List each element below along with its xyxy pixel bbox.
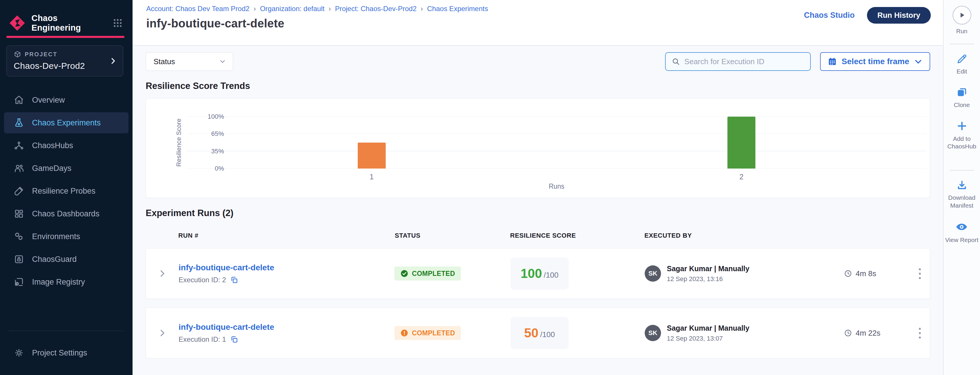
download-manifest-label: Download Manifest	[943, 194, 980, 209]
chart-bar[interactable]	[358, 143, 386, 169]
run-name-link[interactable]: infy-boutique-cart-delete	[178, 263, 391, 272]
column-header-score: RESILIENCE SCORE	[510, 232, 644, 239]
chart-gridline	[187, 151, 926, 152]
chart-ytick-label: 65%	[189, 130, 224, 138]
chart-ytick-label: 0%	[189, 165, 224, 172]
sidebar-item-chaosguard[interactable]: ChaosGuard	[4, 249, 129, 270]
play-icon	[958, 11, 966, 19]
clone-icon	[956, 86, 968, 98]
search-input[interactable]	[684, 57, 804, 66]
chaos-studio-link[interactable]: Chaos Studio	[804, 11, 855, 20]
run-cell: infy-boutique-cart-delete Execution ID: …	[178, 263, 391, 284]
sidebar-item-label: Overview	[32, 96, 65, 105]
lock-shield-icon	[13, 254, 24, 265]
download-manifest-action[interactable]: Download Manifest	[943, 179, 980, 209]
copy-icon[interactable]	[230, 335, 238, 343]
edit-action[interactable]: Edit	[956, 53, 968, 75]
chart-x-axis-title: Runs	[187, 182, 926, 190]
brand-header: Chaos Engineering	[0, 0, 132, 38]
status-filter-dropdown[interactable]: Status	[146, 52, 233, 71]
run-history-button[interactable]: Run History	[867, 7, 931, 24]
run-row[interactable]: infy-boutique-cart-delete Execution ID: …	[146, 248, 930, 299]
download-icon	[956, 179, 968, 191]
sidebar-item-chaos-experiments[interactable]: Chaos Experiments	[4, 112, 129, 133]
sidebar-item-label: Environments	[32, 232, 80, 241]
expand-row-chevron[interactable]	[146, 328, 178, 338]
sidebar-item-resilience-probes[interactable]: Resilience Probes	[4, 180, 129, 201]
run-button[interactable]	[953, 6, 971, 24]
sidebar-item-image-registry[interactable]: Image Registry	[4, 271, 129, 292]
header-actions: Chaos Studio Run History	[804, 7, 931, 24]
status-filter-label: Status	[154, 57, 175, 66]
sidebar-item-label: Image Registry	[32, 278, 85, 287]
timeframe-button[interactable]: Select time frame	[820, 52, 930, 71]
chart-bar[interactable]	[727, 116, 756, 169]
run-row[interactable]: infy-boutique-cart-delete Execution ID: …	[146, 308, 930, 358]
hub-network-icon	[13, 140, 24, 151]
chart-gridline	[187, 168, 926, 169]
resilience-score-box: 100 /100	[511, 257, 569, 290]
sidebar-item-chaoshubs[interactable]: ChaosHubs	[4, 135, 129, 156]
chart-ytick-label: 100%	[189, 113, 224, 120]
sidebar-item-label: ChaosHubs	[32, 141, 73, 150]
clone-label: Clone	[954, 101, 970, 109]
left-sidebar: Chaos Engineering PROJECT Chaos-Dev-Prod…	[0, 0, 132, 375]
project-label-row: PROJECT	[14, 51, 117, 58]
execution-search	[665, 52, 811, 71]
copy-icon[interactable]	[230, 276, 238, 284]
sidebar-item-gamedays[interactable]: GameDays	[4, 158, 129, 179]
score-cell: 50 /100	[511, 317, 645, 349]
executed-by-name: Sagar Kumar | Manually	[667, 265, 749, 273]
sidebar-item-label: Chaos Experiments	[32, 118, 101, 128]
sidebar-item-label: Project Settings	[32, 348, 87, 357]
run-name-link[interactable]: infy-boutique-cart-delete	[178, 322, 391, 332]
status-text: COMPLETED	[412, 270, 455, 278]
main-column: Account: Chaos Dev Team Prod2 › Organiza…	[132, 0, 943, 375]
sidebar-item-environments[interactable]: Environments	[4, 226, 129, 247]
sidebar-item-chaos-dashboards[interactable]: Chaos Dashboards	[4, 203, 129, 224]
sidebar-item-label: GameDays	[32, 164, 72, 173]
rail-divider	[950, 44, 974, 44]
chevron-down-icon	[219, 58, 226, 65]
expand-row-chevron[interactable]	[146, 269, 178, 278]
plus-icon	[956, 120, 968, 132]
resilience-score-box: 50 /100	[511, 317, 569, 349]
sidebar-nav: Overview Chaos Experiments ChaosHubs Gam…	[0, 89, 132, 294]
app-grid-icon[interactable]	[111, 17, 124, 29]
check-circle-icon	[400, 270, 409, 278]
executed-by-cell: SK Sagar Kumar | Manually 12 Sep 2023, 1…	[645, 265, 844, 283]
row-menu-kebab-icon[interactable]	[909, 328, 931, 338]
content-area: Status Select time frame Resilience Scor	[132, 46, 943, 375]
pencil-icon	[956, 53, 968, 65]
column-header-status: STATUS	[391, 232, 510, 239]
hexagons-icon	[13, 231, 24, 242]
gear-icon	[13, 347, 24, 358]
chevron-right-icon[interactable]	[109, 57, 117, 65]
clone-action[interactable]: Clone	[954, 86, 970, 109]
avatar: SK	[645, 265, 661, 282]
sidebar-item-project-settings[interactable]: Project Settings	[4, 342, 129, 363]
project-selector[interactable]: PROJECT Chaos-Dev-Prod2	[6, 45, 123, 77]
rail-divider	[950, 170, 974, 171]
score-value: 100	[520, 266, 542, 281]
execution-id-text: Execution ID: 2	[178, 276, 226, 284]
resilience-trend-chart: Resilience Score 0%35%65%100%12 Runs	[146, 98, 930, 198]
chart-ytick-label: 35%	[189, 148, 224, 155]
filter-row: Status Select time frame	[146, 52, 930, 71]
product-title: Chaos Engineering	[32, 13, 106, 33]
sidebar-divider	[9, 331, 124, 331]
add-to-chaoshub-action[interactable]: Add to ChaosHub	[943, 120, 980, 150]
cube-icon	[14, 51, 21, 58]
breadcrumb-organization[interactable]: Organization: default	[260, 5, 324, 13]
breadcrumb-project[interactable]: Project: Chaos-Dev-Prod2	[335, 5, 417, 13]
row-menu-kebab-icon[interactable]	[909, 268, 931, 279]
sidebar-item-overview[interactable]: Overview	[4, 89, 129, 110]
run-cell: infy-boutique-cart-delete Execution ID: …	[178, 322, 391, 343]
view-report-action[interactable]: View Report	[945, 220, 978, 244]
breadcrumb-separator: ›	[253, 5, 256, 13]
score-cell: 100 /100	[511, 257, 645, 290]
execution-id-line: Execution ID: 1	[178, 335, 391, 343]
chevron-right-icon	[158, 328, 167, 338]
breadcrumb-chaos-experiments[interactable]: Chaos Experiments	[427, 5, 488, 13]
breadcrumb-account[interactable]: Account: Chaos Dev Team Prod2	[146, 5, 249, 13]
